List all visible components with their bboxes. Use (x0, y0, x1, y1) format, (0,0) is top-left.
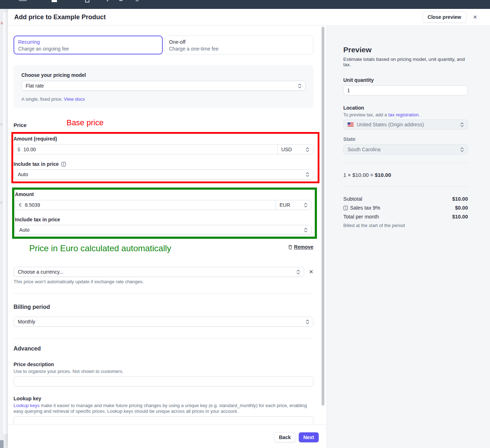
topbar-icon-fragment (85, 0, 89, 2)
calculation-result: $10.00 (375, 172, 391, 178)
price-description-input[interactable] (14, 376, 313, 386)
back-button[interactable]: Back (274, 432, 296, 442)
preview-heading: Preview (343, 46, 468, 54)
chevron-updown-icon (306, 147, 309, 152)
billed-note: Billed at the start of the period (343, 223, 468, 228)
currency-helper: This price won’t automatically update if… (14, 279, 313, 284)
usd-amount-input[interactable] (24, 147, 274, 152)
location-helper: To preview tax, add a (343, 112, 388, 117)
modal-header: Add price to Example Product Close previ… (8, 9, 490, 26)
clear-currency-icon[interactable]: ✕ (309, 269, 313, 275)
usd-currency-select[interactable]: USD (277, 144, 313, 154)
trash-icon (288, 245, 292, 249)
close-icon[interactable]: × (471, 13, 479, 21)
add-price-modal: Add price to Example Product Close previ… (8, 9, 490, 448)
include-tax-label: Include tax in price (14, 161, 59, 167)
usd-include-tax-select[interactable]: Auto (14, 169, 313, 179)
chevron-updown-icon (304, 227, 308, 233)
annotation-euro-price: Price in Euro calculated automatically (29, 243, 171, 253)
price-form: Recurring Charge an ongoing fee One-off … (8, 26, 321, 425)
pricing-model-section: Choose your pricing model Flat rate A si… (14, 65, 313, 108)
chevron-updown-icon (306, 319, 309, 325)
recurring-card-description: Charge an ongoing fee (18, 46, 158, 52)
euro-price-annotation-box: Amount € EUR Include tax in price Auto (12, 188, 317, 239)
topbar-icon-fragment (107, 0, 108, 1)
chevron-updown-icon (460, 147, 464, 152)
recurring-card-label: Recurring (18, 39, 158, 45)
lookup-key-label: Lookup key (14, 396, 313, 401)
one-off-card[interactable]: One-off Charge a one-time fee (165, 36, 314, 54)
eur-include-tax-label: Include tax in price (15, 217, 60, 222)
pricing-model-label: Choose your pricing model (21, 72, 306, 78)
eur-currency-code: EUR (280, 202, 290, 208)
view-docs-link[interactable]: View docs (64, 96, 85, 102)
usd-amount-field[interactable]: $ (14, 144, 278, 154)
dollar-symbol: $ (17, 147, 20, 152)
eur-include-tax-select[interactable]: Auto (15, 225, 312, 235)
amount-required-label: Amount (required) (14, 136, 313, 142)
base-price-annotation-box: Amount (required) $ USD Include tax in p… (11, 132, 319, 183)
chevron-updown-icon (460, 122, 464, 127)
sales-tax-label: Sales tax 9% (350, 205, 380, 211)
recurring-card[interactable]: Recurring Charge an ongoing fee (14, 36, 163, 54)
preview-panel: Preview Estimate totals based on pricing… (327, 26, 490, 448)
eur-include-tax-value: Auto (19, 227, 30, 233)
chevron-updown-icon (298, 83, 302, 89)
eur-currency-select[interactable]: EUR (276, 200, 312, 210)
tax-registration-link[interactable]: tax registration (388, 112, 418, 117)
billing-period-select[interactable]: Monthly (14, 317, 313, 327)
remove-label: Remove (294, 244, 313, 250)
price-section-heading: Price (14, 122, 27, 128)
state-select[interactable]: South Carolina (343, 144, 468, 154)
divider (14, 338, 313, 339)
info-icon (343, 206, 348, 210)
lookup-keys-link[interactable]: Lookup keys (14, 403, 40, 408)
eur-amount-field[interactable]: € (15, 200, 276, 210)
country-value: United States (Origin address) (357, 122, 424, 127)
subtotal-value: $10.00 (452, 196, 468, 202)
sales-tax-value: $0.00 (455, 205, 468, 211)
divider (343, 186, 468, 187)
preview-subtitle: Estimate totals based on pricing model, … (343, 57, 468, 67)
euro-symbol: € (19, 202, 22, 208)
pricing-model-helper: A single, fixed price. (21, 96, 64, 102)
lookup-key-helper: make it easier to manage and make future… (14, 403, 307, 414)
topbar-icon-fragment (136, 0, 139, 1)
state-value: South Carolina (348, 147, 381, 152)
background-page-edge: a r r (0, 9, 8, 448)
divider (343, 163, 468, 163)
eur-amount-input[interactable] (25, 202, 272, 208)
one-off-card-label: One-off (169, 39, 309, 45)
state-label: State (343, 136, 468, 142)
choose-currency-select[interactable]: Choose a currency... (14, 267, 304, 277)
pricing-model-value: Flat rate (26, 83, 44, 89)
topbar-icon-fragment (52, 0, 57, 2)
choose-currency-placeholder: Choose a currency... (18, 269, 63, 275)
info-icon (61, 162, 66, 167)
unit-quantity-label: Unit quantity (343, 77, 468, 83)
eur-amount-label: Amount (15, 191, 312, 197)
close-preview-button[interactable]: Close preview (422, 11, 466, 23)
vertical-scrollbar[interactable] (322, 27, 324, 406)
modal-title: Add price to Example Product (14, 14, 106, 21)
pricing-model-select[interactable]: Flat rate (21, 81, 306, 91)
sales-tax-row: Sales tax 9% $0.00 (343, 205, 468, 211)
next-button[interactable]: Next (299, 432, 319, 442)
country-select[interactable]: United States (Origin address) (343, 120, 468, 130)
modal-footer: Back Next (8, 425, 326, 448)
topbar-icon-fragment (19, 0, 27, 1)
total-value: $10.00 (452, 214, 468, 220)
unit-quantity-input[interactable] (343, 85, 468, 95)
billing-period-value: Monthly (18, 319, 35, 325)
remove-currency-link[interactable]: Remove (288, 244, 313, 250)
topbar-icon-fragment (119, 0, 123, 1)
calculation-prefix: 1 × $10.00 = (343, 172, 375, 178)
usd-currency-code: USD (281, 147, 292, 152)
location-label: Location (343, 105, 468, 111)
advanced-heading: Advanced (14, 346, 313, 352)
one-off-card-description: Charge a one-time fee (169, 46, 309, 52)
lookup-key-input[interactable] (14, 416, 313, 425)
subtotal-label: Subtotal (343, 196, 362, 202)
total-label: Total per month (343, 214, 379, 220)
price-description-helper: Use to organize your prices. Not shown t… (14, 369, 313, 374)
